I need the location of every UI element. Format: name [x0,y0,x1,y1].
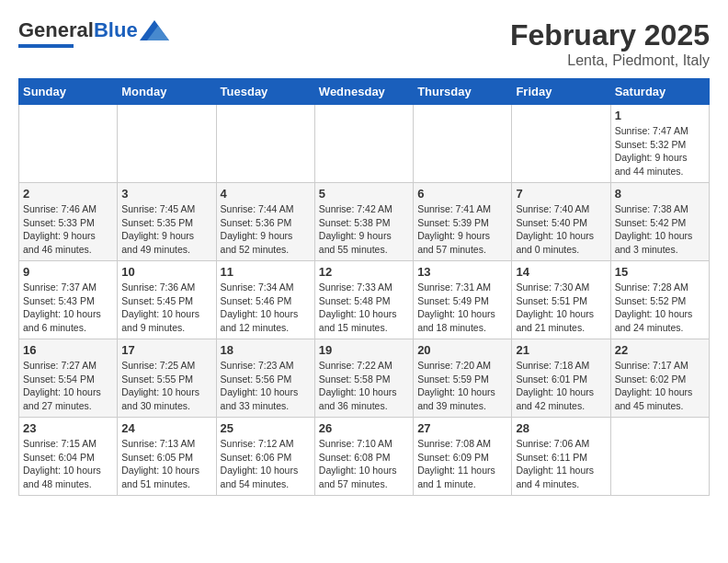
day-number: 4 [221,187,311,201]
calendar-cell: 23Sunrise: 7:15 AM Sunset: 6:04 PM Dayli… [19,418,118,496]
day-info: Sunrise: 7:47 AM Sunset: 5:32 PM Dayligh… [615,124,705,178]
calendar-header: SundayMondayTuesdayWednesdayThursdayFrid… [19,79,710,105]
calendar-week-1: 2Sunrise: 7:46 AM Sunset: 5:33 PM Daylig… [19,183,710,261]
day-number: 25 [221,421,311,435]
day-number: 8 [615,187,705,201]
day-info: Sunrise: 7:41 AM Sunset: 5:39 PM Dayligh… [417,202,507,257]
calendar-cell: 8Sunrise: 7:38 AM Sunset: 5:42 PM Daylig… [610,183,709,261]
day-number: 11 [221,265,311,279]
day-info: Sunrise: 7:10 AM Sunset: 6:08 PM Dayligh… [319,437,409,491]
calendar-cell: 5Sunrise: 7:42 AM Sunset: 5:38 PM Daylig… [314,183,413,261]
day-info: Sunrise: 7:17 AM Sunset: 6:02 PM Dayligh… [615,359,705,413]
day-number: 6 [417,187,507,201]
calendar-cell: 25Sunrise: 7:12 AM Sunset: 6:06 PM Dayli… [216,418,314,496]
day-number: 2 [23,187,113,201]
day-number: 5 [319,187,409,201]
logo: GeneralBlue [18,18,169,48]
weekday-header-thursday: Thursday [414,79,512,105]
calendar-cell: 24Sunrise: 7:13 AM Sunset: 6:05 PM Dayli… [118,418,216,496]
day-info: Sunrise: 7:23 AM Sunset: 5:56 PM Dayligh… [221,359,311,413]
weekday-header-friday: Friday [512,79,610,105]
day-info: Sunrise: 7:22 AM Sunset: 5:58 PM Dayligh… [319,359,409,413]
calendar-cell: 1Sunrise: 7:47 AM Sunset: 5:32 PM Daylig… [610,105,709,183]
weekday-header-saturday: Saturday [610,79,709,105]
day-number: 3 [121,187,211,201]
weekday-row: SundayMondayTuesdayWednesdayThursdayFrid… [19,79,710,105]
day-info: Sunrise: 7:44 AM Sunset: 5:36 PM Dayligh… [221,202,311,257]
day-number: 28 [516,421,606,435]
day-info: Sunrise: 7:38 AM Sunset: 5:42 PM Dayligh… [615,202,705,257]
day-number: 10 [121,265,211,279]
day-info: Sunrise: 7:28 AM Sunset: 5:52 PM Dayligh… [615,281,705,335]
logo-underline [18,44,74,48]
day-number: 7 [516,187,606,201]
calendar-week-4: 23Sunrise: 7:15 AM Sunset: 6:04 PM Dayli… [19,418,710,496]
day-number: 21 [516,343,606,357]
logo-text: GeneralBlue [18,18,138,42]
calendar-cell [314,105,413,183]
calendar-cell: 18Sunrise: 7:23 AM Sunset: 5:56 PM Dayli… [216,339,314,418]
calendar-cell [414,105,512,183]
day-info: Sunrise: 7:13 AM Sunset: 6:05 PM Dayligh… [121,437,211,491]
calendar-cell: 7Sunrise: 7:40 AM Sunset: 5:40 PM Daylig… [512,183,610,261]
calendar-table: SundayMondayTuesdayWednesdayThursdayFrid… [18,78,710,496]
calendar-cell: 20Sunrise: 7:20 AM Sunset: 5:59 PM Dayli… [414,339,512,418]
calendar-cell [216,105,314,183]
calendar-cell: 12Sunrise: 7:33 AM Sunset: 5:48 PM Dayli… [314,261,413,339]
day-number: 12 [319,265,409,279]
day-number: 15 [615,265,705,279]
day-number: 9 [23,265,113,279]
day-info: Sunrise: 7:30 AM Sunset: 5:51 PM Dayligh… [516,281,606,335]
day-info: Sunrise: 7:37 AM Sunset: 5:43 PM Dayligh… [23,281,113,335]
page-subtitle: Lenta, Piedmont, Italy [510,52,710,69]
logo-general: General [18,18,94,41]
calendar-cell: 27Sunrise: 7:08 AM Sunset: 6:09 PM Dayli… [414,418,512,496]
logo-blue: Blue [94,18,138,41]
weekday-header-monday: Monday [118,79,216,105]
day-number: 17 [121,343,211,357]
day-number: 22 [615,343,705,357]
day-info: Sunrise: 7:42 AM Sunset: 5:38 PM Dayligh… [319,202,409,257]
day-number: 18 [221,343,311,357]
calendar-cell: 19Sunrise: 7:22 AM Sunset: 5:58 PM Dayli… [314,339,413,418]
day-info: Sunrise: 7:18 AM Sunset: 6:01 PM Dayligh… [516,359,606,413]
day-number: 13 [417,265,507,279]
calendar-cell [19,105,118,183]
day-info: Sunrise: 7:12 AM Sunset: 6:06 PM Dayligh… [221,437,311,491]
calendar-cell: 21Sunrise: 7:18 AM Sunset: 6:01 PM Dayli… [512,339,610,418]
day-number: 19 [319,343,409,357]
day-info: Sunrise: 7:34 AM Sunset: 5:46 PM Dayligh… [221,281,311,335]
day-number: 26 [319,421,409,435]
calendar-cell: 9Sunrise: 7:37 AM Sunset: 5:43 PM Daylig… [19,261,118,339]
day-number: 1 [615,109,705,122]
day-info: Sunrise: 7:31 AM Sunset: 5:49 PM Dayligh… [417,281,507,335]
day-number: 23 [23,421,113,435]
calendar-week-3: 16Sunrise: 7:27 AM Sunset: 5:54 PM Dayli… [19,339,710,418]
calendar-cell: 2Sunrise: 7:46 AM Sunset: 5:33 PM Daylig… [19,183,118,261]
calendar-cell [118,105,216,183]
day-number: 24 [121,421,211,435]
day-info: Sunrise: 7:25 AM Sunset: 5:55 PM Dayligh… [121,359,211,413]
calendar-cell: 17Sunrise: 7:25 AM Sunset: 5:55 PM Dayli… [118,339,216,418]
calendar-cell: 6Sunrise: 7:41 AM Sunset: 5:39 PM Daylig… [414,183,512,261]
day-info: Sunrise: 7:27 AM Sunset: 5:54 PM Dayligh… [23,359,113,413]
calendar-cell: 3Sunrise: 7:45 AM Sunset: 5:35 PM Daylig… [118,183,216,261]
calendar-body: 1Sunrise: 7:47 AM Sunset: 5:32 PM Daylig… [19,105,710,496]
title-area: February 2025 Lenta, Piedmont, Italy [510,18,710,69]
calendar-cell [610,418,709,496]
page-title: February 2025 [510,18,710,52]
day-info: Sunrise: 7:36 AM Sunset: 5:45 PM Dayligh… [121,281,211,335]
day-info: Sunrise: 7:08 AM Sunset: 6:09 PM Dayligh… [417,437,507,491]
day-info: Sunrise: 7:15 AM Sunset: 6:04 PM Dayligh… [23,437,113,491]
calendar-week-0: 1Sunrise: 7:47 AM Sunset: 5:32 PM Daylig… [19,105,710,183]
day-info: Sunrise: 7:20 AM Sunset: 5:59 PM Dayligh… [417,359,507,413]
calendar-cell: 15Sunrise: 7:28 AM Sunset: 5:52 PM Dayli… [610,261,709,339]
day-info: Sunrise: 7:06 AM Sunset: 6:11 PM Dayligh… [516,437,606,491]
calendar-cell: 28Sunrise: 7:06 AM Sunset: 6:11 PM Dayli… [512,418,610,496]
day-info: Sunrise: 7:40 AM Sunset: 5:40 PM Dayligh… [516,202,606,257]
calendar-cell: 11Sunrise: 7:34 AM Sunset: 5:46 PM Dayli… [216,261,314,339]
calendar-cell: 22Sunrise: 7:17 AM Sunset: 6:02 PM Dayli… [610,339,709,418]
calendar-cell: 4Sunrise: 7:44 AM Sunset: 5:36 PM Daylig… [216,183,314,261]
weekday-header-sunday: Sunday [19,79,118,105]
calendar-cell: 14Sunrise: 7:30 AM Sunset: 5:51 PM Dayli… [512,261,610,339]
